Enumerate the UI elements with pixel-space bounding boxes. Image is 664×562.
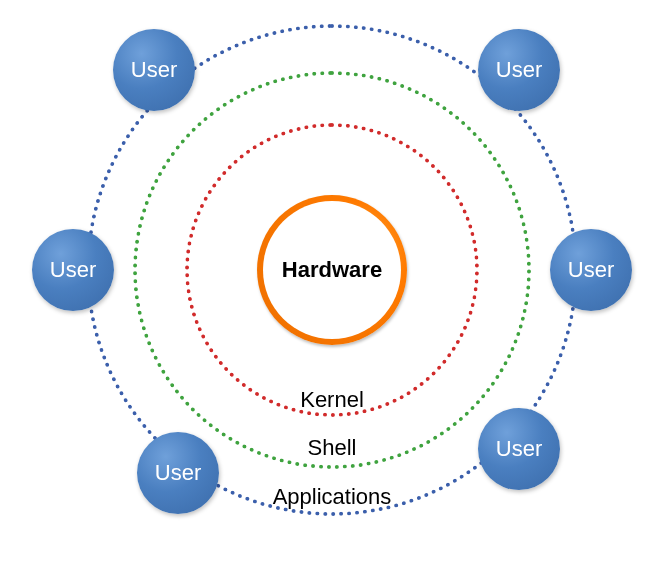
- user-node: User: [113, 29, 195, 111]
- user-label: User: [568, 257, 614, 283]
- user-node: User: [550, 229, 632, 311]
- hardware-core-inner: Hardware: [263, 201, 401, 339]
- user-node: User: [32, 229, 114, 311]
- kernel-label: Kernel: [300, 387, 364, 413]
- os-layers-diagram: Hardware Kernel Shell Applications User …: [0, 0, 664, 562]
- user-node: User: [478, 29, 560, 111]
- user-label: User: [131, 57, 177, 83]
- user-label: User: [50, 257, 96, 283]
- hardware-label: Hardware: [282, 257, 382, 283]
- hardware-core: Hardware: [257, 195, 407, 345]
- shell-label: Shell: [308, 435, 357, 461]
- user-node: User: [137, 432, 219, 514]
- user-label: User: [496, 436, 542, 462]
- user-label: User: [496, 57, 542, 83]
- user-label: User: [155, 460, 201, 486]
- user-node: User: [478, 408, 560, 490]
- applications-label: Applications: [273, 484, 392, 510]
